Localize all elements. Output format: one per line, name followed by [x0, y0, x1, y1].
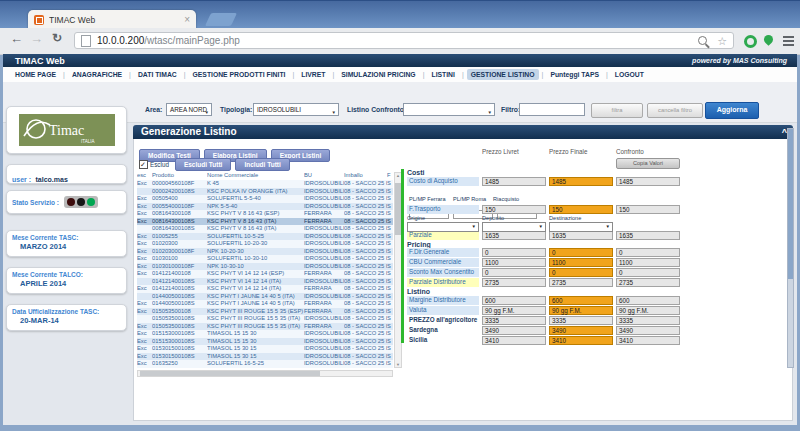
table-row[interactable]: Exc015301500108STIMASOL 15 30 15IDROSOLU… — [137, 353, 393, 361]
table-horizontal-scrollbar[interactable] — [137, 370, 393, 377]
table-row[interactable]: Exc010203000108FNPK 10-20-30IDROSOLUBILI… — [137, 248, 393, 256]
page-vertical-scrollbar[interactable] — [787, 128, 794, 368]
price-input[interactable]: 600 — [482, 296, 546, 305]
price-input[interactable]: 1100 — [549, 258, 613, 267]
menu-item-punteggi-taps[interactable]: Punteggi TAPS — [546, 69, 603, 80]
price-input[interactable]: 2735 — [549, 278, 613, 287]
escludi-tutti-button[interactable]: Escludi Tutti — [175, 158, 232, 171]
table-row[interactable]: 015053500108SKSC PHYT III ROUGE 15 5 35 … — [137, 315, 393, 323]
table-row[interactable]: Exc01030100SOLUFERTIL 10-30-10IDROSOLUBI… — [137, 255, 393, 263]
price-input[interactable]: 3490 — [616, 326, 680, 335]
price-input[interactable]: 0 — [549, 248, 613, 257]
price-input[interactable]: 150 — [482, 205, 546, 214]
price-input[interactable]: 2735 — [616, 278, 680, 287]
table-row[interactable]: Exc014400500108SKSC PHYT I JAUNE 14 40 5… — [137, 300, 393, 308]
price-input[interactable]: 1635 — [482, 231, 546, 240]
browser-menu-icon[interactable] — [783, 36, 794, 48]
price-input[interactable]: 600 — [549, 296, 613, 305]
new-tab-button[interactable] — [205, 13, 237, 26]
price-input[interactable]: 1485 — [616, 177, 680, 186]
price-input[interactable]: 150 — [616, 205, 680, 214]
destinazione-select[interactable] — [549, 222, 613, 232]
price-input[interactable]: 0 — [482, 248, 546, 257]
esclud-checkbox[interactable]: ✓ — [139, 160, 148, 169]
menu-item-home-page[interactable]: HOME PAGE — [11, 69, 60, 80]
price-input[interactable]: 0 — [549, 268, 613, 277]
search-icon[interactable] — [698, 36, 707, 45]
table-row[interactable]: 000024200108SKSC POLKA IV ORANGE (ITA)ID… — [137, 188, 393, 196]
table-row[interactable]: Exc01635250SOLUFERTIL 16-5-25IDROSOLUBIL… — [137, 360, 393, 368]
includi-tutti-button[interactable]: Includi Tutti — [235, 158, 289, 171]
price-input[interactable]: 90 gg F.M. — [482, 306, 546, 315]
listino-confronto-select[interactable] — [403, 103, 495, 116]
table-row[interactable]: Exc008164300108KSC PHYT V 8 16 43 (ESP)F… — [137, 210, 393, 218]
price-input[interactable]: 3410 — [482, 336, 546, 345]
url-bar[interactable]: 10.0.0.200 /wtasc/mainPage.php ☆ — [74, 32, 734, 49]
table-row[interactable]: Exc014121400108KSC PHYT VI 14 12 14 (ESP… — [137, 270, 393, 278]
table-row[interactable]: Exc01020300SOLUFERTIL 10-20-30IDROSOLUBI… — [137, 240, 393, 248]
price-input[interactable]: 1635 — [549, 231, 613, 240]
price-input[interactable]: 3490 — [549, 326, 613, 335]
price-input[interactable]: 1485 — [482, 177, 546, 186]
origine-select[interactable] — [407, 222, 479, 232]
menu-item-gestione-listino[interactable]: GESTIONE LISTINO — [467, 69, 539, 80]
filtra-button[interactable]: filtra — [591, 103, 643, 118]
price-input[interactable]: 3410 — [616, 336, 680, 345]
area-select[interactable]: AREA NORD — [166, 103, 212, 116]
filtro-input[interactable] — [519, 103, 585, 116]
price-input[interactable]: 3335 — [482, 316, 546, 325]
tipologia-select[interactable]: IDROSOLUBILI — [253, 103, 339, 116]
price-input[interactable]: 3335 — [549, 316, 613, 325]
price-input[interactable]: 90 gg F.M. — [549, 306, 613, 315]
price-input[interactable]: 3335 — [616, 316, 680, 325]
price-input[interactable]: 1485 — [549, 177, 613, 186]
price-input[interactable]: 1100 — [482, 258, 546, 267]
table-row[interactable]: 014400500108SKSC PHYT I JAUNE 14 40 5 (I… — [137, 293, 393, 301]
price-input[interactable]: 600 — [616, 296, 680, 305]
table-row[interactable]: Exc015053500108KSC PHYT III ROUGE 15 5 3… — [137, 308, 393, 316]
menu-item-dati-timac[interactable]: DATI TIMAC — [134, 69, 181, 80]
price-input[interactable]: 0 — [482, 268, 546, 277]
back-icon[interactable]: ← — [10, 31, 23, 46]
table-row[interactable]: Exc010301000108FNPK 10-30-10IDROSOLUBILI… — [137, 263, 393, 271]
table-row[interactable]: Exc000554000108FNPK 5-5-40IDROSOLUBILI08… — [137, 203, 393, 211]
price-input[interactable]: 90 gg F.M. — [616, 306, 680, 315]
tab-close-icon[interactable]: × — [184, 16, 190, 24]
price-input[interactable]: 0 — [616, 248, 680, 257]
menu-item-anagrafiche[interactable]: ANAGRAFICHE — [68, 69, 126, 80]
table-row[interactable]: Exc015153000108STIMASOL 15 15 30IDROSOLU… — [137, 338, 393, 346]
price-input[interactable]: 150 — [549, 205, 613, 214]
menu-item-listini[interactable]: LISTINI — [427, 69, 458, 80]
price-input[interactable]: 1635 — [616, 231, 680, 240]
table-row[interactable]: Exc01005255SOLUFERTIL 10-5-25IDROSOLUBIL… — [137, 233, 393, 241]
menu-item-livret[interactable]: LIVRET — [297, 69, 329, 80]
price-input[interactable]: 0 — [616, 268, 680, 277]
cancella-filtro-button[interactable]: cancella filtro — [647, 103, 703, 118]
table-row[interactable]: Exc015053500108SKSC PHYT III ROUGE 15 5 … — [137, 323, 393, 331]
copia-valori-button[interactable]: Copia Valori — [616, 158, 680, 169]
table-cell: S — [387, 203, 393, 211]
table-row[interactable]: Exc015153000108STIMASOL 15 15 30IDROSOLU… — [137, 330, 393, 338]
price-input[interactable]: 1100 — [616, 258, 680, 267]
price-input[interactable]: 3410 — [549, 336, 613, 345]
table-row[interactable]: Exc00505400SOLUFERTIL 5-5-40IDROSOLUBILI… — [137, 195, 393, 203]
reload-icon[interactable]: ↻ — [52, 31, 62, 45]
forward-icon[interactable]: → — [30, 31, 43, 46]
table-row[interactable]: Exc015301500108STIMASOL 15 30 15IDROSOLU… — [137, 345, 393, 353]
extension-ring-icon[interactable] — [744, 35, 757, 48]
table-row[interactable]: 014121400108SKSC PHYT VI 14 12 14 (ITA)I… — [137, 278, 393, 286]
menu-item-simulazioni-pricing[interactable]: SIMULAZIONI PRICING — [337, 69, 419, 80]
menu-item-gestione-prodotti-finiti[interactable]: GESTIONE PRODOTTI FINITI — [189, 69, 290, 80]
menu-item-logout[interactable]: LOGOUT — [611, 69, 648, 80]
price-input[interactable]: 2735 — [482, 278, 546, 287]
browser-tab[interactable]: TIMAC Web × — [28, 10, 196, 29]
table-row[interactable]: Exc000004560108FK 45IDROSOLUBILI08 - SAC… — [137, 180, 393, 188]
table-row[interactable]: Exc008164300108SKSC PHYT V 8 16 43 (ITA)… — [137, 218, 393, 226]
deposito-select[interactable] — [482, 222, 546, 232]
aggiorna-button[interactable]: Aggiorna — [705, 102, 759, 119]
table-row[interactable]: Exc014121400108SKSC PHYT VI 14 12 14 (IT… — [137, 285, 393, 293]
bookmark-star-icon[interactable]: ☆ — [717, 36, 727, 46]
extension-pin-icon[interactable] — [762, 33, 775, 46]
table-row[interactable]: 008164300108SKSC PHYT V 8 16 43 (ITA)IDR… — [137, 225, 393, 233]
price-input[interactable]: 3490 — [482, 326, 546, 335]
